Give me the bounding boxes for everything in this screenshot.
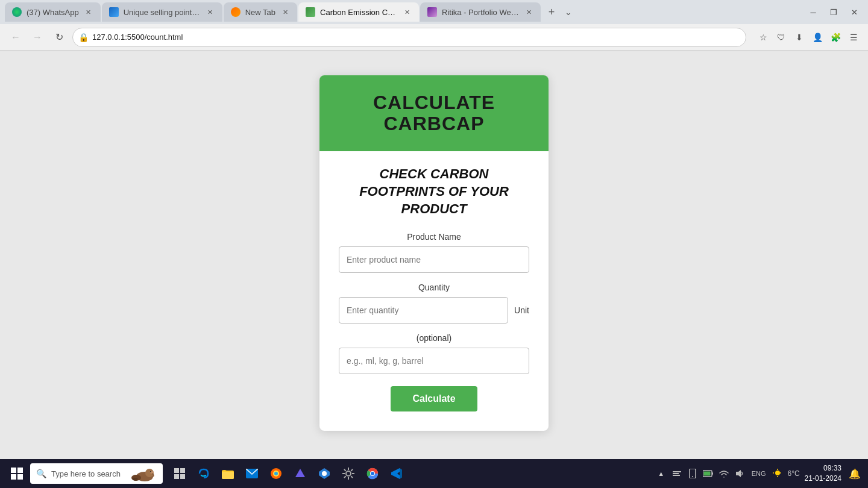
svg-rect-23: [673, 473, 679, 474]
header-line1: CALCULATE: [332, 92, 536, 113]
address-bar: ← → ↻ 🔒 127.0.0.1:5500/count.html ☆ 🛡 ⬇ …: [0, 24, 868, 51]
tray-overflow[interactable]: ▲: [655, 468, 667, 480]
quantity-label: Quantity: [339, 283, 529, 292]
tab-carbon[interactable]: Carbon Emission Calculator ✕: [298, 2, 419, 22]
address-url: 127.0.0.1:5500/count.html: [92, 33, 183, 42]
tab-portfolio[interactable]: Ritika - Portfolio Website ✕: [420, 2, 541, 22]
mail-icon[interactable]: [241, 463, 263, 484]
svg-point-14: [274, 472, 278, 475]
tab-close-usp[interactable]: ✕: [206, 7, 215, 17]
notification-button[interactable]: 🔔: [846, 465, 863, 482]
taskbar-search[interactable]: 🔍 Type here to search: [30, 463, 163, 484]
tab-favicon-whatsapp: [12, 7, 22, 17]
chrome-icon[interactable]: [362, 463, 383, 484]
tab-newtab[interactable]: New Tab ✕: [224, 2, 297, 22]
product-name-input[interactable]: [339, 246, 529, 273]
subtitle-line1: CHECK CARBON: [339, 166, 529, 183]
app-header-title: CALCULATE CARBCAP: [332, 92, 536, 134]
tab-label-portfolio: Ritika - Portfolio Website: [442, 8, 519, 17]
svg-rect-28: [712, 472, 713, 475]
profile-icon[interactable]: 👤: [810, 30, 825, 45]
taskbar-right: ▲ ENG 6°C 09:33 21-01-2024: [655, 463, 863, 484]
minimize-button[interactable]: ─: [804, 4, 822, 20]
edge-icon[interactable]: [193, 463, 215, 484]
bookmark-star-icon[interactable]: ☆: [756, 30, 770, 45]
product-name-label: Product Name: [339, 232, 529, 242]
task-view-button[interactable]: [169, 463, 190, 484]
clock-date: 21-01-2024: [805, 474, 841, 484]
svg-marker-15: [295, 469, 305, 477]
temperature-display: 6°C: [787, 468, 799, 480]
tab-close-whatsapp[interactable]: ✕: [84, 7, 93, 17]
quantity-group: Quantity Unit: [339, 283, 529, 324]
svg-point-18: [346, 471, 351, 476]
tab-favicon-portfolio: [427, 7, 437, 17]
tab-close-newtab[interactable]: ✕: [280, 7, 290, 17]
tab-label-newtab: New Tab: [245, 8, 275, 17]
svg-rect-5: [174, 468, 179, 473]
tray-volume[interactable]: [734, 468, 746, 480]
unit-input[interactable]: [339, 348, 529, 374]
svg-point-3: [150, 471, 151, 472]
new-tab-button[interactable]: +: [542, 2, 561, 22]
vscode-icon[interactable]: [386, 463, 407, 484]
search-placeholder: Type here to search: [51, 469, 121, 478]
address-icons: ☆ 🛡 ⬇ 👤 🧩 ☰: [756, 30, 861, 45]
subtitle-line3: PRODUCT: [339, 201, 529, 218]
tray-language[interactable]: ENG: [749, 468, 769, 480]
app-card: CALCULATE CARBCAP CHECK CARBON FOOTPRINT…: [319, 75, 549, 431]
clock-time: 09:33: [805, 463, 841, 474]
windows-icon: [11, 468, 23, 480]
tab-label-carbon: Carbon Emission Calculator: [320, 8, 397, 17]
system-clock[interactable]: 09:33 21-01-2024: [805, 463, 841, 484]
svg-point-17: [322, 471, 327, 476]
address-input-wrapper[interactable]: 🔒 127.0.0.1:5500/count.html: [72, 28, 746, 47]
extensions-icon[interactable]: 🧩: [828, 30, 843, 45]
start-button[interactable]: [5, 461, 29, 486]
tray-weather[interactable]: [772, 468, 784, 480]
close-button[interactable]: ✕: [845, 4, 863, 20]
menu-icon[interactable]: ☰: [846, 30, 861, 45]
restore-button[interactable]: ❐: [825, 4, 843, 20]
tab-usp[interactable]: Unique selling point - Pre ✕: [102, 2, 222, 22]
firefox-icon[interactable]: [265, 463, 287, 484]
app-body: CHECK CARBON FOOTPRINTS OF YOUR PRODUCT …: [319, 151, 549, 431]
taskbar: 🔍 Type here to search: [0, 459, 868, 488]
refresh-button[interactable]: ↻: [51, 29, 68, 46]
explorer-icon[interactable]: [217, 463, 239, 484]
taskbar-app-icons: [169, 463, 407, 484]
back-button[interactable]: ←: [7, 29, 24, 46]
tab-close-carbon[interactable]: ✕: [402, 7, 412, 17]
product-name-group: Product Name: [339, 232, 529, 273]
tray-battery[interactable]: [702, 468, 714, 480]
unit-optional-label: (optional): [339, 333, 529, 343]
tray-network[interactable]: [718, 468, 730, 480]
tab-favicon-newtab: [231, 7, 241, 17]
address-field[interactable]: 127.0.0.1:5500/count.html: [72, 28, 746, 47]
svg-point-21: [371, 472, 374, 475]
tab-close-portfolio[interactable]: ✕: [524, 7, 533, 17]
tray-phone[interactable]: [687, 468, 699, 480]
search-icon: 🔍: [36, 469, 46, 478]
subtitle-line2: FOOTPRINTS OF YOUR: [339, 183, 529, 201]
header-line2: CARBCAP: [332, 113, 536, 134]
settings-icon[interactable]: [338, 463, 359, 484]
calculate-button[interactable]: Calculate: [391, 386, 477, 411]
tab-whatsapp[interactable]: (37) WhatsApp ✕: [5, 2, 101, 22]
unit-label: Unit: [514, 305, 529, 315]
krita-icon[interactable]: [313, 463, 335, 484]
quantity-input-wrapper: [339, 297, 508, 324]
taskbar-animal: [127, 465, 157, 483]
browser-chrome: (37) WhatsApp ✕ Unique selling point - P…: [0, 0, 868, 51]
download-icon[interactable]: ⬇: [792, 30, 807, 45]
app-header: CALCULATE CARBCAP: [319, 75, 549, 151]
tab-favicon-carbon: [306, 7, 315, 17]
svg-rect-22: [673, 471, 681, 472]
quantity-input[interactable]: [339, 297, 508, 324]
tray-taskmanager[interactable]: [671, 468, 683, 480]
shield-icon[interactable]: 🛡: [774, 30, 788, 45]
tab-bar: (37) WhatsApp ✕ Unique selling point - P…: [0, 0, 868, 24]
git-icon[interactable]: [289, 463, 311, 484]
tab-list-button[interactable]: ⌄: [565, 7, 572, 17]
forward-button[interactable]: →: [29, 29, 46, 46]
